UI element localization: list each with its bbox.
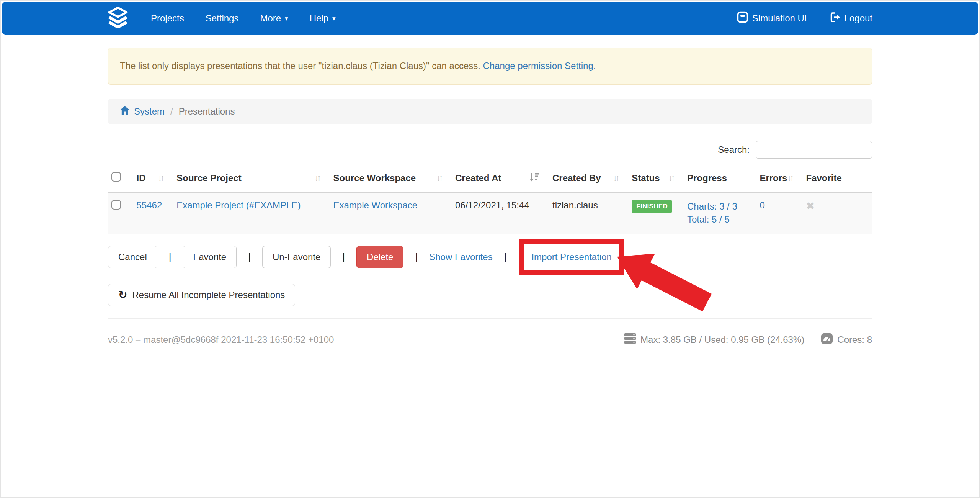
version-text: v5.2.0 – master@5dc9668f 2021-11-23 16:5… — [108, 334, 334, 345]
errors-link[interactable]: 0 — [760, 200, 764, 210]
separator: | — [504, 251, 507, 263]
source-workspace-link[interactable]: Example Workspace — [333, 200, 418, 210]
created-at-value: 06/12/2021, 15:44 — [455, 200, 529, 210]
favorite-remove-icon: ✖ — [806, 200, 815, 212]
chevron-down-icon: ▾ — [285, 15, 288, 22]
sort-icon: ↓↑ — [315, 173, 323, 183]
show-favorites-link[interactable]: Show Favorites — [429, 252, 492, 262]
resume-all-button[interactable]: ↻ Resume All Incomplete Presentations — [108, 284, 295, 306]
search-input[interactable] — [756, 141, 872, 159]
server-icon — [624, 333, 636, 346]
alert-text: The list only displays presentations tha… — [120, 61, 480, 71]
column-header-created-by[interactable]: Created By↓↑ — [552, 168, 632, 193]
sort-desc-active-icon — [529, 172, 542, 185]
breadcrumb: System / Presentations — [108, 99, 872, 124]
search-label: Search: — [718, 144, 750, 155]
chevron-down-icon: ▾ — [332, 15, 336, 22]
nav-menu: Projects Settings More▾ Help▾ — [151, 13, 336, 24]
gauge-icon — [821, 333, 833, 346]
sort-icon: ↓↑ — [613, 173, 621, 183]
nav-right: Simulation UI Logout — [737, 11, 872, 25]
sort-icon: ↓↑ — [436, 173, 444, 183]
separator: | — [415, 251, 418, 263]
logout-icon — [829, 11, 841, 25]
unfavorite-button[interactable]: Un-Favorite — [262, 246, 331, 268]
table-header-row: ID↓↑ Source Project↓↑ Source Workspace↓↑… — [108, 168, 872, 193]
progress-charts-link[interactable]: Charts: 3 / 3 — [687, 201, 737, 211]
top-navbar: Projects Settings More▾ Help▾ Simulation… — [2, 2, 978, 35]
sort-icon: ↓↑ — [158, 173, 166, 183]
column-header-progress: Progress — [687, 168, 760, 193]
separator: | — [248, 251, 251, 263]
nav-item-projects[interactable]: Projects — [151, 13, 184, 24]
column-header-status[interactable]: Status↓↑ — [632, 168, 687, 193]
cores-status: Cores: 8 — [821, 333, 872, 346]
presentation-id-link[interactable]: 55462 — [137, 200, 162, 210]
annotation-arrow — [598, 242, 728, 319]
breadcrumb-separator: / — [170, 106, 173, 117]
separator: | — [342, 251, 345, 263]
column-header-created-at[interactable]: Created At — [455, 168, 552, 193]
progress-total-link[interactable]: Total: 5 / 5 — [687, 214, 730, 224]
sort-icon: ↓↑ — [668, 173, 676, 183]
nav-item-logout[interactable]: Logout — [829, 11, 872, 25]
simulation-ui-icon — [737, 11, 748, 25]
breadcrumb-current: Presentations — [179, 106, 235, 117]
nav-item-simulation-ui[interactable]: Simulation UI — [737, 11, 807, 25]
row-checkbox[interactable] — [111, 200, 121, 210]
select-all-checkbox[interactable] — [111, 172, 121, 182]
layers-icon — [108, 7, 128, 30]
nav-item-more[interactable]: More▾ — [260, 13, 288, 24]
table-row: 55462 Example Project (#EXAMPLE) Example… — [108, 193, 872, 234]
brand-logo[interactable] — [108, 7, 128, 30]
column-header-source-project[interactable]: Source Project↓↑ — [176, 168, 333, 193]
column-header-errors[interactable]: Errors↓↑ — [760, 168, 806, 193]
change-permission-link[interactable]: Change permission Setting. — [483, 61, 596, 71]
table-actions: Cancel | Favorite | Un-Favorite | Delete… — [108, 239, 872, 275]
home-icon — [119, 105, 130, 118]
delete-button[interactable]: Delete — [356, 246, 403, 268]
memory-status: Max: 3.85 GB / Used: 0.95 GB (24.63%) — [624, 333, 804, 346]
status-badge: FINISHED — [632, 200, 672, 213]
presentations-table: ID↓↑ Source Project↓↑ Source Workspace↓↑… — [108, 168, 872, 234]
permission-alert: The list only displays presentations tha… — [108, 48, 872, 85]
favorite-button[interactable]: Favorite — [183, 246, 237, 268]
source-project-link[interactable]: Example Project (#EXAMPLE) — [176, 200, 301, 210]
app-window: Projects Settings More▾ Help▾ Simulation… — [0, 0, 980, 498]
column-header-source-workspace[interactable]: Source Workspace↓↑ — [333, 168, 456, 193]
separator: | — [169, 251, 172, 263]
breadcrumb-system-link[interactable]: System — [119, 105, 165, 118]
nav-item-help[interactable]: Help▾ — [310, 13, 336, 24]
created-by-value: tizian.claus — [552, 200, 598, 210]
column-header-id[interactable]: ID↓↑ — [137, 168, 177, 193]
nav-item-settings[interactable]: Settings — [206, 13, 239, 24]
column-header-favorite: Favorite — [806, 168, 872, 193]
sort-icon: ↓↑ — [787, 173, 795, 183]
refresh-icon: ↻ — [118, 290, 127, 300]
cancel-button[interactable]: Cancel — [108, 246, 157, 268]
